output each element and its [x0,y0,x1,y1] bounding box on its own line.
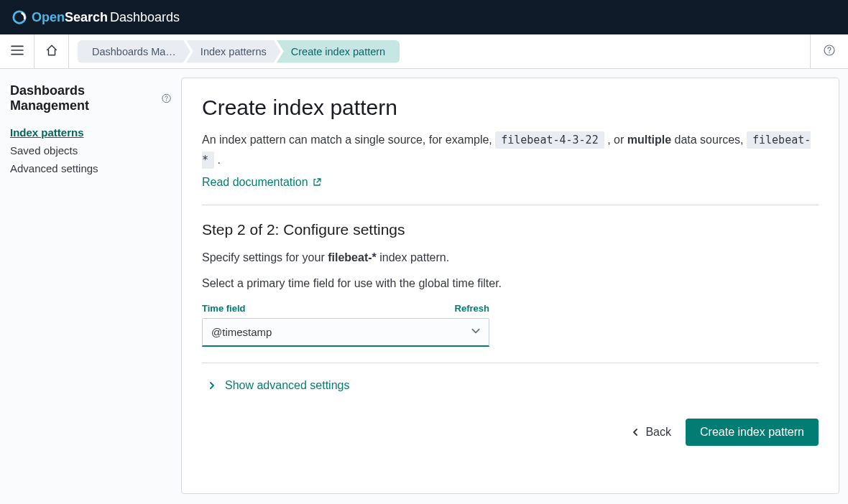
back-button[interactable]: Back [631,426,671,439]
breadcrumb-item-create: Create index pattern [277,40,400,63]
brand-logo[interactable]: OpenSearchDashboards [11,9,180,25]
svg-point-4 [166,100,167,101]
svg-point-2 [829,52,830,53]
sidebar-item-saved-objects[interactable]: Saved objects [10,141,171,159]
sidebar-item-advanced-settings[interactable]: Advanced settings [10,159,171,177]
top-banner: OpenSearchDashboards [0,0,848,34]
divider [202,363,819,363]
help-button[interactable] [824,45,835,59]
step-title: Step 2 of 2: Configure settings [202,221,819,238]
breadcrumb-item-management[interactable]: Dashboards Ma… [78,40,190,63]
refresh-button[interactable]: Refresh [455,303,489,314]
nav-bar: Dashboards Ma… Index patterns Create ind… [0,34,848,69]
sidebar-title: Dashboards Management [10,83,171,113]
hamburger-menu-button[interactable] [0,34,34,68]
create-index-pattern-button[interactable]: Create index pattern [686,419,819,446]
home-icon [45,44,58,60]
chevron-left-icon [631,428,640,437]
help-icon[interactable] [162,93,171,103]
time-field-select[interactable] [202,318,489,347]
home-button[interactable] [34,34,69,68]
sidebar-item-index-patterns[interactable]: Index patterns [10,123,171,141]
time-field-input[interactable] [202,318,489,347]
page-description: An index pattern can match a single sour… [202,130,819,170]
svg-point-0 [14,11,26,24]
opensearch-logo-icon [11,9,27,25]
documentation-link[interactable]: Read documentation [202,176,321,189]
time-field-label: Time field [202,303,245,314]
breadcrumb-item-index-patterns[interactable]: Index patterns [186,40,281,63]
advanced-settings-toggle[interactable]: Show advanced settings [208,379,349,392]
sidebar: Dashboards Management Index patterns Sav… [0,69,181,504]
hamburger-icon [11,44,24,60]
divider [202,205,819,205]
step-spec-text: Specify settings for your filebeat-* ind… [202,251,819,264]
brand-text: OpenSearchDashboards [32,10,180,25]
page-title: Create index pattern [202,95,819,120]
code-example-single: filebeat-4-3-22 [495,131,604,149]
breadcrumbs: Dashboards Ma… Index patterns Create ind… [78,40,400,63]
external-link-icon [313,178,321,187]
chevron-right-icon [208,381,216,390]
main-card: Create index pattern An index pattern ca… [181,78,839,494]
step-time-text: Select a primary time field for use with… [202,277,819,290]
